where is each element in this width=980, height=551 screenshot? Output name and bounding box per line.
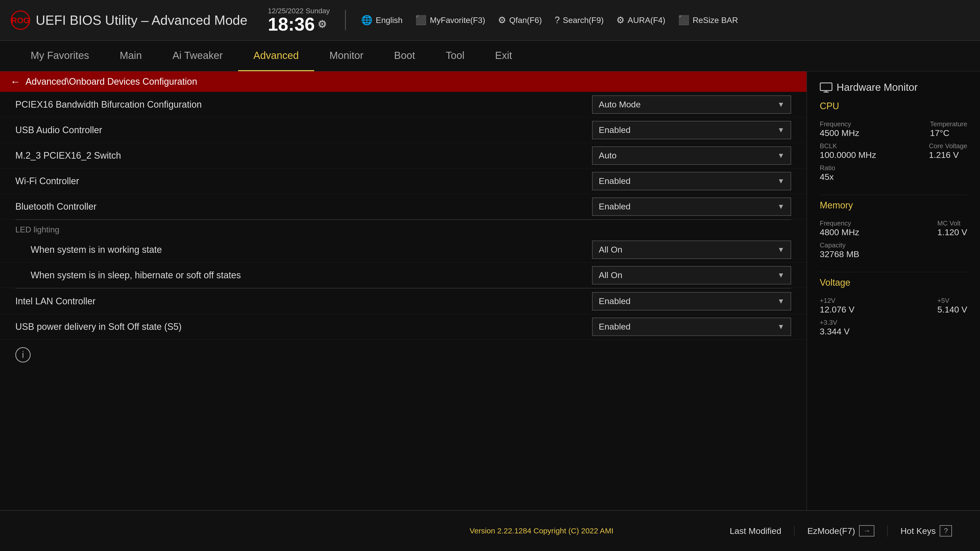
dropdown-usb-audio[interactable]: Enabled ▼	[592, 121, 791, 139]
dropdown-pciex16[interactable]: Auto Mode ▼	[592, 95, 791, 114]
time-settings-icon[interactable]: ⚙	[318, 19, 327, 29]
dropdown-usb-power-value: Enabled	[599, 322, 631, 332]
dropdown-bluetooth-value: Enabled	[599, 202, 631, 211]
bottom-bar: Version 2.22.1284 Copyright (C) 2022 AMI…	[0, 510, 980, 551]
content-panel: ← Advanced\Onboard Devices Configuration…	[0, 71, 807, 510]
toolbar-language[interactable]: 🌐 English	[361, 15, 402, 25]
tab-aitweaker[interactable]: Ai Tweaker	[157, 41, 238, 71]
tab-main[interactable]: Main	[104, 41, 157, 71]
cpu-ratio-row: Ratio 45x	[820, 164, 967, 182]
cpu-freq-value: 4500 MHz	[820, 128, 859, 138]
setting-row-bluetooth[interactable]: Bluetooth Controller Enabled ▼	[0, 194, 807, 219]
search-icon: ?	[555, 15, 560, 25]
setting-row-usb-audio[interactable]: USB Audio Controller Enabled ▼	[0, 118, 807, 143]
v33-row: +3.3V 3.344 V	[820, 319, 967, 337]
sidebar-cpu-section: CPU Frequency 4500 MHz Temperature 17°C …	[820, 101, 967, 182]
chevron-down-icon: ▼	[777, 297, 784, 305]
setting-row-wifi[interactable]: Wi-Fi Controller Enabled ▼	[0, 168, 807, 194]
svg-text:ROG: ROG	[11, 16, 30, 25]
v12-v5-row: +12V 12.076 V +5V 5.140 V	[820, 297, 967, 314]
toolbar-aura[interactable]: ⚙ AURA(F4)	[616, 15, 665, 25]
tab-monitor[interactable]: Monitor	[314, 41, 379, 71]
mem-freq-volt-row: Frequency 4800 MHz MC Volt 1.120 V	[820, 219, 967, 237]
led-section-header-row: LED lighting	[0, 220, 807, 237]
dropdown-led-sleep-value: All On	[599, 270, 622, 280]
cpu-ratio-value: 45x	[820, 172, 835, 182]
cpu-bclk-voltage-row: BCLK 100.0000 MHz Core Voltage 1.216 V	[820, 142, 967, 160]
hotkeys-button[interactable]: Hot Keys ?	[888, 525, 965, 537]
mem-cap-row: Capacity 32768 MB	[820, 241, 967, 259]
setting-label-pciex16: PCIEX16 Bandwidth Bifurcation Configurat…	[15, 99, 202, 110]
chevron-down-icon: ▼	[777, 100, 784, 109]
toolbar-divider	[345, 10, 346, 30]
mem-freq-value: 4800 MHz	[820, 227, 859, 237]
dropdown-usb-audio-value: Enabled	[599, 125, 631, 135]
dropdown-intel-lan[interactable]: Enabled ▼	[592, 292, 791, 310]
mem-cap-value: 32768 MB	[820, 249, 859, 259]
dropdown-m2-switch[interactable]: Auto ▼	[592, 146, 791, 165]
v5-label: +5V	[937, 297, 967, 305]
toolbar-search[interactable]: ? Search(F9)	[555, 15, 604, 25]
tab-tool[interactable]: Tool	[430, 41, 479, 71]
setting-row-intel-lan[interactable]: Intel LAN Controller Enabled ▼	[0, 289, 807, 314]
last-modified-label: Last Modified	[730, 526, 781, 536]
cpu-ratio-stat: Ratio 45x	[820, 164, 835, 182]
last-modified-button[interactable]: Last Modified	[717, 526, 794, 536]
breadcrumb: Advanced\Onboard Devices Configuration	[25, 76, 197, 87]
info-row: i	[0, 340, 807, 370]
chevron-down-icon: ▼	[777, 177, 784, 185]
mem-cap-stat: Capacity 32768 MB	[820, 241, 859, 259]
tab-boot[interactable]: Boot	[379, 41, 430, 71]
toolbar-resizebar[interactable]: ⬛ ReSize BAR	[678, 15, 738, 25]
dropdown-wifi[interactable]: Enabled ▼	[592, 172, 791, 190]
setting-row-led-working[interactable]: When system is in working state All On ▼	[0, 237, 807, 262]
myfavorite-label: MyFavorite(F3)	[430, 16, 485, 25]
ezmode-label: EzMode(F7)	[807, 526, 855, 536]
dropdown-m2-switch-value: Auto	[599, 151, 617, 160]
dropdown-bluetooth[interactable]: Enabled ▼	[592, 197, 791, 216]
toolbar: 🌐 English ⬛ MyFavorite(F3) ⚙ Qfan(F6) ? …	[361, 15, 970, 25]
toolbar-myfavorite[interactable]: ⬛ MyFavorite(F3)	[415, 15, 485, 25]
memory-section-title: Memory	[820, 200, 967, 213]
info-icon[interactable]: i	[15, 347, 30, 362]
dropdown-usb-power[interactable]: Enabled ▼	[592, 318, 791, 336]
mem-freq-label: Frequency	[820, 219, 859, 227]
tab-exit[interactable]: Exit	[480, 41, 528, 71]
cpu-voltage-value: 1.216 V	[929, 150, 967, 160]
settings-list: PCIEX16 Bandwidth Bifurcation Configurat…	[0, 92, 807, 510]
tab-advanced[interactable]: Advanced	[238, 41, 314, 71]
mem-volt-value: 1.120 V	[937, 227, 967, 237]
nav-tabs: My Favorites Main Ai Tweaker Advanced Mo…	[0, 41, 980, 71]
chevron-down-icon: ▼	[777, 323, 784, 331]
setting-row-led-sleep[interactable]: When system is in sleep, hibernate or so…	[0, 262, 807, 288]
breadcrumb-back-icon[interactable]: ←	[10, 76, 21, 87]
sidebar-voltage-section: Voltage +12V 12.076 V +5V 5.140 V +3.3V …	[820, 277, 967, 337]
tab-favorites[interactable]: My Favorites	[15, 41, 104, 71]
dropdown-led-sleep[interactable]: All On ▼	[592, 266, 791, 284]
rog-logo-icon: ROG	[10, 10, 30, 30]
cpu-temp-stat: Temperature 17°C	[930, 120, 967, 138]
qfan-label: Qfan(F6)	[509, 16, 542, 25]
ezmode-button[interactable]: EzMode(F7) →	[794, 525, 888, 537]
setting-row-m2-switch[interactable]: M.2_3 PCIEX16_2 Switch Auto ▼	[0, 143, 807, 168]
cpu-freq-temp-row: Frequency 4500 MHz Temperature 17°C	[820, 120, 967, 138]
svg-rect-2	[820, 83, 832, 91]
sidebar-memory-section: Memory Frequency 4800 MHz MC Volt 1.120 …	[820, 200, 967, 259]
v12-stat: +12V 12.076 V	[820, 297, 854, 314]
led-section-label: LED lighting	[15, 225, 59, 234]
dropdown-wifi-value: Enabled	[599, 176, 631, 186]
bottom-actions: Last Modified EzMode(F7) → Hot Keys ?	[717, 525, 965, 537]
cpu-bclk-value: 100.0000 MHz	[820, 150, 876, 160]
mem-volt-label: MC Volt	[937, 219, 967, 227]
memory-voltage-divider	[820, 272, 967, 272]
setting-label-usb-power: USB power delivery in Soft Off state (S5…	[15, 321, 182, 332]
dropdown-led-working[interactable]: All On ▼	[592, 241, 791, 259]
cpu-section-title: CPU	[820, 101, 967, 114]
breadcrumb-bar: ← Advanced\Onboard Devices Configuration	[0, 71, 807, 92]
setting-label-usb-audio: USB Audio Controller	[15, 125, 102, 135]
setting-row-pciex16[interactable]: PCIEX16 Bandwidth Bifurcation Configurat…	[0, 92, 807, 118]
v33-stat: +3.3V 3.344 V	[820, 319, 850, 337]
setting-row-usb-power[interactable]: USB power delivery in Soft Off state (S5…	[0, 314, 807, 340]
top-bar: ROG UEFI BIOS Utility – Advanced Mode 12…	[0, 0, 980, 41]
toolbar-qfan[interactable]: ⚙ Qfan(F6)	[498, 15, 542, 25]
